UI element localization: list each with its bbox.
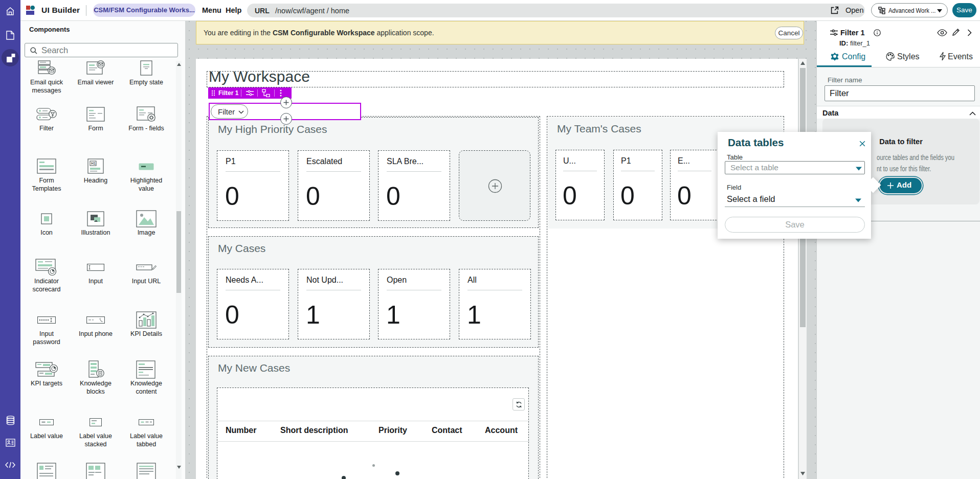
svg-text:H1: H1 [91,162,96,165]
